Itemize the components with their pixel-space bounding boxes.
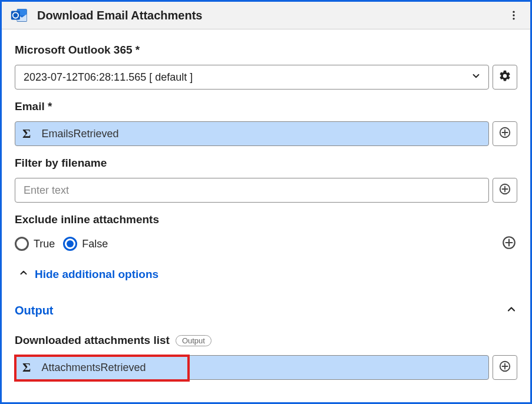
radio-checked-icon bbox=[63, 237, 77, 251]
plus-circle-icon bbox=[498, 183, 511, 198]
filter-label: Filter by filename bbox=[15, 157, 517, 170]
downloaded-add-button[interactable] bbox=[493, 355, 517, 380]
exclude-add-button[interactable] bbox=[501, 234, 517, 251]
downloaded-variable-value: AttachmentsRetrieved bbox=[41, 362, 146, 374]
radio-label-false: False bbox=[82, 238, 108, 250]
email-row: Σ EmailsRetrieved bbox=[15, 121, 517, 146]
panel-header: Download Email Attachments bbox=[2, 2, 530, 29]
connection-settings-button[interactable] bbox=[493, 65, 517, 90]
toggle-additional-options[interactable]: Hide additional options bbox=[15, 267, 517, 281]
email-label: Email * bbox=[15, 100, 517, 113]
gear-icon bbox=[498, 69, 511, 85]
output-section-title: Output bbox=[15, 304, 54, 317]
downloaded-label: Downloaded attachments list bbox=[15, 334, 170, 347]
downloaded-variable-field[interactable]: Σ AttachmentsRetrieved bbox=[15, 355, 489, 380]
action-panel: Download Email Attachments Microsoft Out… bbox=[0, 0, 532, 404]
outlook-icon bbox=[10, 6, 28, 24]
downloaded-row: Σ AttachmentsRetrieved bbox=[15, 355, 517, 380]
exclude-radio-false[interactable]: False bbox=[63, 237, 108, 251]
exclude-radio-group: True False bbox=[15, 237, 108, 251]
chevron-up-icon bbox=[505, 303, 517, 317]
toggle-label: Hide additional options bbox=[35, 268, 158, 281]
chevron-up-icon bbox=[18, 267, 29, 281]
connection-value: 2023-07-12T06:28:11.565 [ default ] bbox=[24, 71, 193, 84]
email-variable-value: EmailsRetrieved bbox=[41, 128, 118, 140]
downloaded-label-row: Downloaded attachments list Output bbox=[15, 334, 517, 347]
more-menu-button[interactable] bbox=[505, 7, 522, 24]
filter-input[interactable] bbox=[15, 178, 489, 203]
connection-row: 2023-07-12T06:28:11.565 [ default ] bbox=[15, 65, 517, 90]
filter-row bbox=[15, 178, 517, 203]
svg-point-5 bbox=[513, 14, 514, 16]
email-add-button[interactable] bbox=[493, 121, 517, 146]
chevron-down-icon bbox=[471, 71, 481, 84]
plus-circle-icon bbox=[498, 126, 511, 141]
exclude-row: True False bbox=[15, 234, 517, 251]
output-section-header[interactable]: Output bbox=[15, 303, 517, 317]
filter-add-button[interactable] bbox=[493, 178, 517, 203]
exclude-radio-true[interactable]: True bbox=[15, 237, 55, 251]
panel-body: Microsoft Outlook 365 * 2023-07-12T06:28… bbox=[2, 29, 530, 390]
sigma-icon: Σ bbox=[22, 360, 31, 375]
radio-icon bbox=[15, 237, 29, 251]
email-variable-field[interactable]: Σ EmailsRetrieved bbox=[15, 121, 489, 146]
svg-point-6 bbox=[513, 18, 514, 19]
output-pill: Output bbox=[176, 335, 212, 346]
svg-point-4 bbox=[513, 11, 514, 13]
connection-select[interactable]: 2023-07-12T06:28:11.565 [ default ] bbox=[15, 65, 489, 90]
plus-circle-icon bbox=[498, 360, 511, 375]
radio-label-true: True bbox=[34, 238, 55, 250]
connection-label: Microsoft Outlook 365 * bbox=[15, 44, 517, 57]
sigma-icon: Σ bbox=[22, 126, 31, 141]
action-title: Download Email Attachments bbox=[37, 9, 496, 22]
exclude-label: Exclude inline attachments bbox=[15, 213, 517, 226]
